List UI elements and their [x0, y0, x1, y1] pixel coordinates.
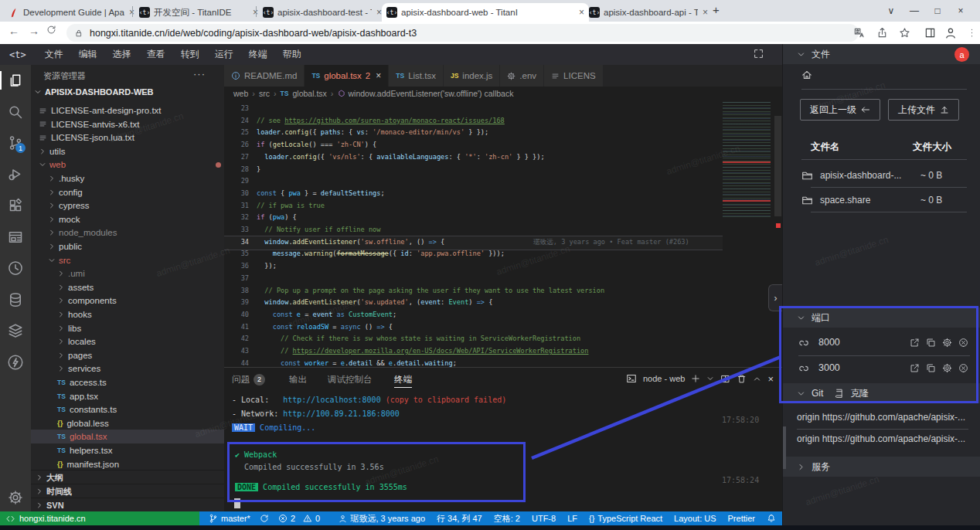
close-panel-icon[interactable]: ×	[767, 373, 774, 385]
tree-folder-.husky[interactable]: .husky	[31, 172, 224, 185]
editor-tab-List.tsx[interactable]: TSList.tsx	[389, 65, 444, 87]
port-external-button[interactable]	[910, 338, 920, 348]
sync-icon[interactable]	[260, 514, 269, 523]
url-text[interactable]: hongxi.titanide.cn/ide/web/coding/apisix…	[90, 28, 417, 39]
browser-tab[interactable]: Development Guide | Apache×	[5, 3, 139, 22]
tree-file-global.less[interactable]: {}global.less	[31, 416, 224, 430]
editor-tab-LICENS[interactable]: LICENS	[544, 65, 604, 87]
tree-folder-cypress[interactable]: cypress	[31, 199, 224, 212]
tree-folder-locales[interactable]: locales	[31, 335, 224, 348]
browser-reload-button[interactable]	[46, 25, 62, 35]
browser-tab[interactable]: ‹t›apisix-dashboard-web - TitanI×	[382, 3, 589, 22]
tree-folder-assets[interactable]: assets	[31, 280, 224, 294]
tree-file-access.ts[interactable]: TSaccess.ts	[31, 375, 224, 389]
upload-button[interactable]: 上传文件	[888, 99, 959, 121]
activity-files-button[interactable]	[6, 71, 25, 90]
activity-database-button[interactable]	[6, 290, 25, 309]
tree-folder-config[interactable]: config	[31, 185, 224, 199]
tree-file-LICENSE-json.lua.txt[interactable]: LICENSE-json.lua.txt	[31, 131, 224, 144]
git-remote-row[interactable]: origin https://github.com/apache/apisix-…	[797, 433, 965, 444]
tree-folder-src[interactable]: src	[31, 253, 224, 267]
bookmark-star-icon[interactable]	[899, 27, 910, 39]
browser-tab[interactable]: ‹t›apisix-dashboard-test - TitanID×	[258, 3, 386, 22]
explorer-more-button[interactable]: ···	[193, 68, 206, 80]
tree-folder-hooks[interactable]: hooks	[31, 307, 224, 321]
panel-tab-调试控制台[interactable]: 调试控制台	[328, 372, 373, 387]
close-window-icon[interactable]: ×	[949, 5, 972, 16]
menu-item-转到[interactable]: 转到	[173, 48, 207, 61]
breadcrumb-item[interactable]: web	[233, 89, 248, 98]
remote-file-row[interactable]: space.share~ 0 B	[783, 191, 980, 211]
editor-tab-global.tsx[interactable]: TSglobal.tsx2×	[305, 65, 389, 87]
browser-tab[interactable]: ‹t›开发空间 - TitanIDE×	[134, 3, 263, 22]
new-tab-button[interactable]: +	[713, 3, 720, 16]
port-external-button[interactable]	[910, 363, 920, 373]
browser-menu-icon[interactable]	[966, 27, 978, 39]
editor-tab-README.md[interactable]: README.md	[224, 65, 305, 87]
tree-file-helpers.tsx[interactable]: TShelpers.tsx	[31, 443, 224, 457]
tree-file-manifest.json[interactable]: {}manifest.json	[31, 457, 224, 470]
activity-preview-button[interactable]	[6, 228, 25, 246]
tab-close-icon[interactable]: ×	[579, 7, 584, 18]
bell-icon[interactable]	[767, 514, 776, 523]
tree-file-LICENSE-antvis-x6.txt[interactable]: LICENSE-antvis-x6.txt	[31, 117, 224, 131]
menu-item-查看[interactable]: 查看	[139, 48, 173, 61]
activity-bolt-button[interactable]	[6, 353, 25, 372]
tree-file-LICENSE-ant-design-pro.txt[interactable]: LICENSE-ant-design-pro.txt	[31, 104, 224, 117]
menu-item-终端[interactable]: 终端	[241, 48, 275, 61]
new-terminal-icon[interactable]	[691, 374, 700, 383]
home-icon[interactable]	[801, 70, 812, 80]
activity-debug-button[interactable]	[6, 165, 25, 184]
tree-folder-web[interactable]: web	[31, 158, 224, 172]
fullscreen-icon[interactable]	[754, 49, 764, 59]
tree-file-constants.ts[interactable]: TSconstants.ts	[31, 403, 224, 416]
sidebar-section-SVN[interactable]: SVN	[31, 498, 224, 512]
port-circle-x-button[interactable]	[958, 363, 968, 373]
port-copy-button[interactable]	[926, 338, 936, 348]
remote-indicator[interactable]: hongxi.titanide.cn	[0, 511, 199, 525]
tree-folder-components[interactable]: components	[31, 294, 224, 307]
maximize-panel-icon[interactable]	[753, 375, 761, 383]
files-panel-header[interactable]: 文件	[783, 44, 980, 64]
tree-folder-public[interactable]: public	[31, 240, 224, 253]
breadcrumb-item[interactable]: window.addEventListener('sw.offline') ca…	[338, 89, 514, 98]
sync-icon[interactable]	[46, 25, 56, 35]
git-panel-header[interactable]: Git 克隆	[783, 383, 980, 403]
port-copy-button[interactable]	[926, 363, 936, 373]
keyboard-layout[interactable]: Layout: US	[674, 514, 716, 523]
address-bar[interactable]: hongxi.titanide.cn/ide/web/coding/apisix…	[66, 24, 859, 42]
eol[interactable]: LF	[567, 514, 577, 523]
indentation[interactable]: 空格: 2	[494, 513, 520, 525]
profile-avatar-icon[interactable]	[944, 27, 957, 39]
editor-tab-index.js[interactable]: JSindex.js	[444, 65, 500, 87]
sidebar-section-大纲[interactable]: 大纲	[31, 470, 224, 484]
panel-tab-终端[interactable]: 终端	[394, 372, 412, 388]
port-row[interactable]: 3000	[783, 358, 980, 379]
panel-scrollbar[interactable]	[783, 426, 786, 469]
formatter[interactable]: Prettier	[728, 514, 755, 523]
activity-layers-button[interactable]	[6, 321, 25, 340]
git-clone-label[interactable]: 克隆	[850, 387, 869, 400]
editor-tab-.env[interactable]: .env	[500, 65, 544, 87]
remote-file-row[interactable]: apisix-dashboard-...~ 0 B	[783, 166, 980, 186]
share-icon[interactable]	[876, 27, 888, 39]
tree-folder-mock[interactable]: mock	[31, 212, 224, 226]
panel-tab-输出[interactable]: 输出	[289, 372, 307, 387]
tree-folder-utils[interactable]: utils	[31, 144, 224, 158]
settings-gear-button[interactable]	[6, 488, 25, 507]
tree-folder-pages[interactable]: pages	[31, 348, 224, 362]
encoding[interactable]: UTF-8	[532, 514, 556, 523]
menu-item-选择[interactable]: 选择	[105, 48, 139, 61]
tree-folder-node_modules[interactable]: node_modules	[31, 226, 224, 240]
browser-tab[interactable]: ‹t›apisix-dashboard-api - TitanID×	[584, 3, 713, 22]
split-terminal-icon[interactable]	[720, 374, 730, 384]
git-remote-row[interactable]: origin https://github.com/apache/apisix-…	[797, 412, 965, 423]
activity-clock-button[interactable]	[6, 259, 25, 277]
menu-item-编辑[interactable]: 编辑	[71, 48, 105, 61]
branch-indicator[interactable]: master*	[209, 514, 250, 523]
port-circle-x-button[interactable]	[958, 338, 968, 348]
code-editor[interactable]: › 2324// see https://github.com/suren-at…	[224, 100, 782, 367]
kill-terminal-icon[interactable]	[737, 374, 747, 384]
project-root-row[interactable]: APISIX-DASHBOARD-WEB	[34, 87, 221, 97]
activity-search-button[interactable]	[6, 103, 25, 121]
